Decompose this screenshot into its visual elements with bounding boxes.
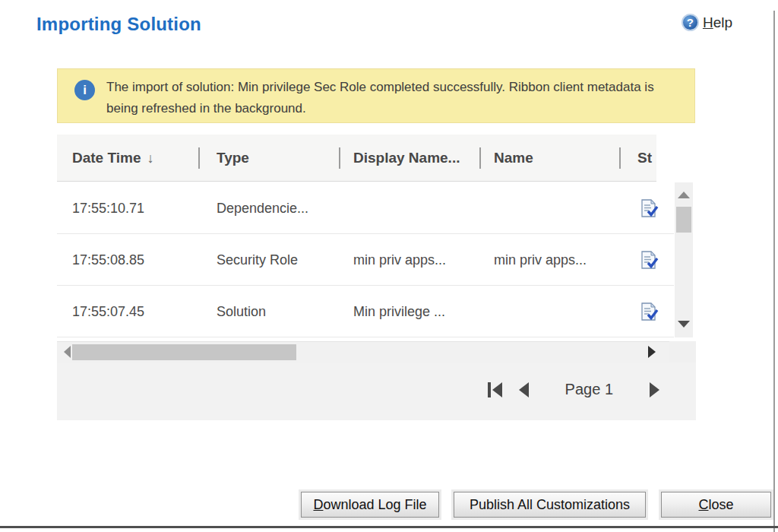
cell-type: Security Role (217, 234, 298, 286)
cell-type: Solution (217, 286, 266, 337)
previous-page-button[interactable] (519, 382, 529, 397)
status-success-icon (639, 286, 659, 337)
vertical-scrollbar-thumb[interactable] (676, 207, 691, 233)
next-page-icon (650, 382, 659, 397)
help-icon: ? (682, 14, 699, 31)
column-label: Date Time (72, 150, 141, 166)
grid-header: Date Time ↓ Type Display Name... Name St (57, 135, 696, 182)
column-header-display-name[interactable]: Display Name... (353, 135, 460, 182)
importing-solution-dialog: Importing Solution ? Help i The import o… (0, 0, 778, 532)
column-separator (479, 147, 481, 169)
horizontal-scrollbar[interactable] (57, 341, 669, 363)
page-indicator: Page 1 (565, 381, 613, 398)
column-label: Name (494, 150, 533, 166)
info-banner-text: The import of solution: Min privilege Se… (106, 77, 676, 119)
column-label: St (637, 150, 652, 166)
column-separator (619, 147, 621, 169)
scroll-up-arrow-icon[interactable] (678, 192, 690, 198)
status-success-icon (639, 234, 659, 286)
table-row[interactable]: 17:55:10.71 Dependencie... (57, 182, 674, 234)
cell-datetime: 17:55:07.45 (72, 286, 144, 337)
page-title: Importing Solution (36, 14, 201, 35)
info-icon: i (74, 80, 95, 100)
cell-datetime: 17:55:10.71 (72, 182, 144, 234)
column-label: Display Name... (353, 150, 460, 166)
status-success-icon (639, 182, 659, 234)
publish-all-customizations-button[interactable]: Publish All Customizations (454, 492, 646, 518)
scroll-right-arrow-icon[interactable] (648, 346, 656, 358)
table-row[interactable]: 17:55:07.45 Solution Min privilege ... (57, 286, 674, 337)
horizontal-scrollbar-thumb[interactable] (72, 344, 296, 360)
info-banner: i The import of solution: Min privilege … (57, 68, 695, 123)
column-separator (339, 147, 340, 169)
cell-datetime: 17:55:08.85 (72, 234, 144, 286)
previous-page-icon (519, 382, 529, 397)
column-header-type[interactable]: Type (217, 135, 249, 182)
first-page-icon (488, 382, 491, 397)
scroll-left-arrow-icon[interactable] (64, 346, 71, 358)
cell-name: min priv apps... (494, 234, 587, 286)
close-button[interactable]: Close (661, 492, 771, 518)
grid-footer: Page 1 (57, 363, 696, 420)
sort-descending-icon: ↓ (147, 150, 153, 166)
window-border-right (773, 11, 775, 532)
grid-body: 17:55:10.71 Dependencie... 17:55:08.85 S… (57, 182, 696, 337)
help-icon-glyph: ? (687, 16, 694, 29)
info-icon-glyph: i (83, 83, 87, 98)
column-separator (198, 147, 200, 169)
cell-type: Dependencie... (217, 182, 308, 234)
vertical-scrollbar[interactable] (675, 182, 693, 337)
column-header-datetime[interactable]: Date Time ↓ (72, 135, 153, 182)
help-label: Help (703, 14, 732, 31)
column-header-name[interactable]: Name (494, 135, 533, 182)
download-log-file-button[interactable]: Download Log File (301, 492, 439, 518)
window-border-bottom (0, 526, 778, 528)
import-log-grid: Date Time ↓ Type Display Name... Name St (57, 135, 696, 420)
first-page-button[interactable] (488, 382, 502, 397)
scrollbar-corner (669, 341, 696, 363)
scroll-down-arrow-icon[interactable] (678, 321, 690, 328)
next-page-button[interactable] (650, 382, 659, 397)
cell-display-name: Min privilege ... (353, 286, 445, 337)
help-link[interactable]: ? Help (682, 14, 732, 31)
table-row[interactable]: 17:55:08.85 Security Role min priv apps.… (57, 234, 674, 286)
column-header-status[interactable]: St (637, 135, 652, 182)
first-page-icon (492, 382, 502, 397)
cell-display-name: min priv apps... (353, 234, 446, 286)
grid-header-corner (656, 135, 696, 182)
pagination: Page 1 (488, 381, 659, 398)
column-label: Type (217, 150, 249, 166)
